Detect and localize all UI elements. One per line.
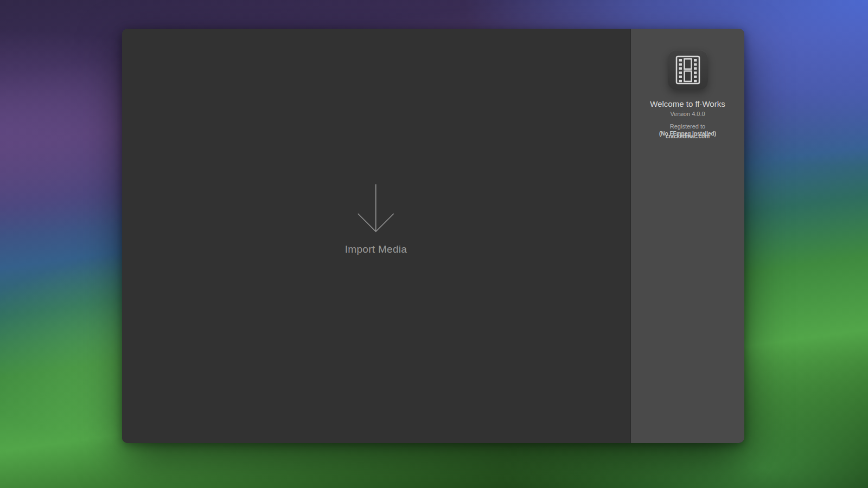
film-strip-icon: [675, 55, 700, 85]
media-list-pane: Import Media: [122, 29, 630, 443]
import-media-label: Import Media: [345, 243, 407, 255]
app-icon: [668, 50, 708, 90]
registration-status: (No FFmpeg installed) crackedmac.com: [631, 131, 744, 142]
welcome-title: Welcome to ff·Works: [631, 99, 744, 108]
import-media-dropzone[interactable]: Import Media: [345, 184, 407, 255]
registration-name-text: crackedmac.com: [631, 133, 744, 139]
registered-to-label: Registered to: [631, 123, 744, 130]
info-sidebar: Welcome to ff·Works Version 4.0.0 Regist…: [630, 29, 744, 443]
down-arrow-icon: [354, 184, 398, 235]
version-text: Version 4.0.0: [631, 111, 744, 117]
ffworks-window: Import Media: [122, 29, 744, 443]
